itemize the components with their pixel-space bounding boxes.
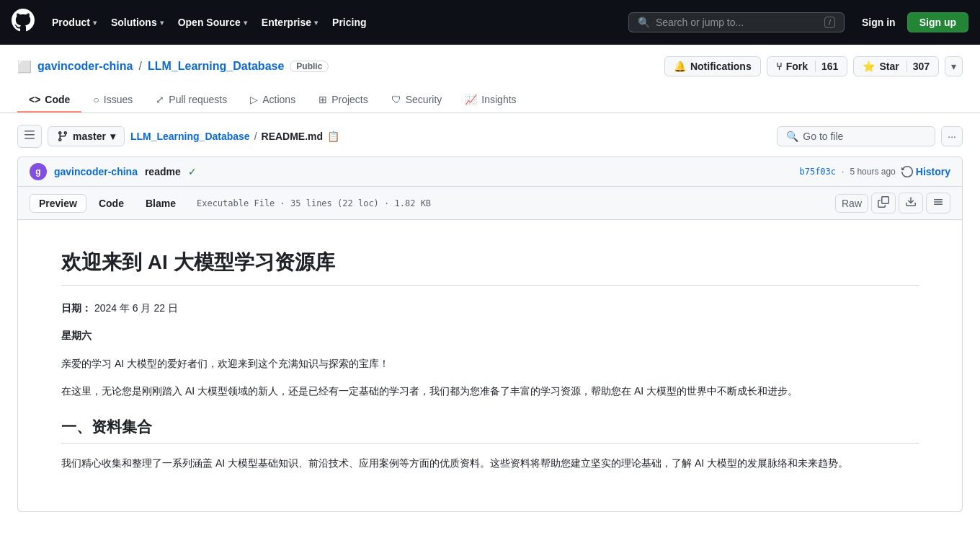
pull-request-icon: ⤢ [156,94,164,105]
star-icon: ⭐ [863,61,875,72]
github-logo[interactable] [12,9,35,36]
readme-intro: 亲爱的学习 AI 大模型的爱好者们，欢迎来到这个充满知识与探索的宝库！ [61,356,919,371]
readme-title: 欢迎来到 AI 大模型学习资源库 [61,249,919,286]
code-icon: <> [29,94,40,105]
fork-icon: ⑂ [776,61,782,72]
fork-button[interactable]: ⑂ Fork 161 [767,56,848,76]
file-breadcrumb: LLM_Learning_Database / README.md 📋 [130,131,771,142]
security-icon: 🛡 [391,94,401,105]
repo-icon: ⬜ [17,60,32,74]
commit-meta: b75f03c · 5 hours ago History [799,166,950,177]
tab-issues[interactable]: ○ Issues [81,88,144,113]
file-toolbar: Preview Code Blame Executable File · 35 … [17,187,963,220]
readme-section1-title: 一、资料集合 [61,417,919,444]
tab-security[interactable]: 🛡 Security [380,88,454,113]
star-button[interactable]: ⭐ Star 307 [853,56,939,76]
repo-action-buttons: 🔔 Notifications ⑂ Fork 161 ⭐ Star 307 ▾ [664,56,963,76]
chevron-down-icon: ▾ [110,131,115,142]
chevron-down-icon: ▾ [314,19,318,27]
repo-tabs: <> Code ○ Issues ⤢ Pull requests ▷ Actio… [17,88,963,113]
nav-pricing[interactable]: Pricing [326,12,372,32]
search-icon: 🔍 [638,17,650,28]
projects-icon: ⊞ [318,94,327,105]
breadcrumb-separator: / [138,60,141,73]
readme-content: 欢迎来到 AI 大模型学习资源库 日期： 2024 年 6 月 22 日 星期六… [17,220,963,512]
commit-message: readme [145,166,181,177]
file-action-buttons: Raw [835,193,950,213]
branch-selector[interactable]: master ▾ [48,126,125,146]
go-to-file-input[interactable]: 🔍 Go to file [777,126,935,146]
issues-icon: ○ [93,94,99,105]
raw-button[interactable]: Raw [835,194,868,213]
tab-actions[interactable]: ▷ Actions [239,88,307,113]
history-button[interactable]: History [901,166,950,177]
repo-owner-link[interactable]: gavincoder-china [37,60,133,73]
more-options-button[interactable]: ··· [941,126,963,146]
nav-product[interactable]: Product ▾ [46,12,102,32]
copy-path-button[interactable]: 📋 [327,131,339,142]
notifications-button[interactable]: 🔔 Notifications [664,56,761,76]
tab-insights[interactable]: 📈 Insights [453,88,527,113]
blame-tab-button[interactable]: Blame [136,194,185,213]
insights-icon: 📈 [465,94,477,105]
add-star-button[interactable]: ▾ [945,56,963,76]
preview-tab-button[interactable]: Preview [30,194,86,213]
chevron-down-icon: ▾ [244,19,247,27]
commit-info-row: g gavincoder-china readme ✓ b75f03c · 5 … [17,157,963,187]
check-icon: ✓ [188,166,197,177]
search-shortcut-key: / [824,17,835,28]
chevron-down-icon: ▾ [160,19,164,27]
search-placeholder: Search or jump to... [656,17,744,28]
readme-body1: 在这里，无论您是刚刚踏入 AI 大模型领域的新人，还是已经有一定基础的学习者，我… [61,383,919,399]
bell-icon: 🔔 [674,61,686,72]
actions-icon: ▷ [250,94,258,105]
global-nav: Product ▾ Solutions ▾ Open Source ▾ Ente… [46,12,617,32]
nav-enterprise[interactable]: Enterprise ▾ [256,12,324,32]
tab-code[interactable]: <> Code [17,88,81,113]
chevron-down-icon: ▾ [93,19,97,27]
file-meta: Executable File · 35 lines (22 loc) · 1.… [197,198,832,208]
download-button[interactable] [899,193,923,213]
visibility-badge: Public [290,61,329,72]
repo-name-link[interactable]: LLM_Learning_Database [148,60,284,73]
nav-open-source[interactable]: Open Source ▾ [172,12,253,32]
current-file: README.md [262,131,324,142]
global-header: Product ▾ Solutions ▾ Open Source ▾ Ente… [0,0,980,45]
copy-raw-button[interactable] [871,193,896,213]
commit-sha-link[interactable]: b75f03c [799,167,836,177]
avatar: g [30,163,47,180]
repo-header: ⬜ gavincoder-china / LLM_Learning_Databa… [0,45,980,113]
commit-time: · [842,167,844,177]
tab-projects[interactable]: ⊞ Projects [307,88,380,113]
commit-time-label: 5 hours ago [850,167,895,177]
readme-date: 日期： 2024 年 6 月 22 日 [61,300,919,316]
view-raw-list-button[interactable] [926,193,950,213]
search-icon: 🔍 [786,131,798,142]
search-bar[interactable]: 🔍 Search or jump to... / [628,12,845,32]
repo-content: master ▾ LLM_Learning_Database / README.… [0,113,980,524]
repo-path-link[interactable]: LLM_Learning_Database [130,131,250,142]
commit-author-link[interactable]: gavincoder-china [54,166,138,177]
code-tab-button[interactable]: Code [89,194,133,213]
readme-weekday: 星期六 [61,327,919,343]
header-auth-actions: Sign in Sign up [856,12,968,32]
sidebar-toggle-button[interactable] [17,125,42,148]
readme-section1-body: 我们精心收集和整理了一系列涵盖 AI 大模型基础知识、前沿技术、应用案例等方面的… [61,455,919,471]
tab-pull-requests[interactable]: ⤢ Pull requests [144,88,239,113]
sign-up-button[interactable]: Sign up [907,12,968,32]
sign-in-button[interactable]: Sign in [856,12,901,32]
file-nav-bar: master ▾ LLM_Learning_Database / README.… [17,125,963,148]
nav-solutions[interactable]: Solutions ▾ [105,12,169,32]
